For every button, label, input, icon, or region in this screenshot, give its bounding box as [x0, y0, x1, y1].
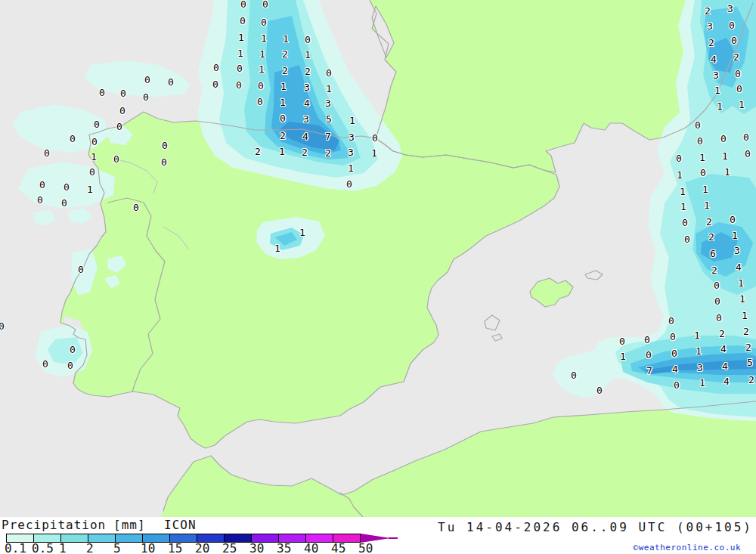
precip-value-label: 0	[67, 361, 73, 370]
valid-time-text: Tu 14-04-2026 06..09 UTC (00+105)	[438, 520, 753, 534]
precip-value-label: 1	[274, 243, 280, 253]
precip-value-label: 0	[619, 336, 625, 346]
precip-value-label: 0	[257, 97, 263, 107]
precip-value-label: 0	[240, 16, 246, 26]
copyright-link[interactable]: ©weatheronline.co.uk	[634, 543, 741, 552]
precip-value-label: 0	[305, 35, 311, 45]
precip-value-label: 2	[711, 265, 717, 275]
precip-value-label: 0	[261, 17, 267, 27]
legend-model: ICON	[164, 518, 197, 532]
legend-overflow-arrow-tail	[389, 537, 398, 539]
precip-value-label: 1	[680, 187, 686, 197]
map-value-labels: 0000000000000000000011000000000111011210…	[0, 0, 756, 517]
precip-value-label: 3	[713, 70, 719, 80]
precip-value-label: 0	[596, 385, 603, 395]
precip-value-label: 1	[722, 151, 728, 161]
precip-value-label: 1	[261, 33, 267, 43]
precip-value-label: 0	[280, 113, 286, 123]
precip-value-label: 0	[262, 0, 268, 9]
legend-tick-label: 20	[195, 541, 209, 554]
precip-value-label: 0	[120, 88, 126, 98]
precip-value-label: 1	[739, 100, 745, 110]
precip-value-label: 0	[61, 198, 67, 208]
precip-value-label: 0	[670, 332, 676, 342]
precip-value-label: 0	[736, 84, 742, 94]
legend-tick-label: 50	[358, 541, 373, 554]
precip-value-label: 0	[99, 88, 105, 97]
precip-value-label: 2	[708, 232, 714, 242]
precip-value-label: 0	[571, 370, 577, 380]
precip-value-label: 1	[742, 311, 748, 320]
precip-value-label: 1	[680, 202, 686, 212]
precip-value-label: 4	[722, 361, 728, 371]
precip-value-label: 1	[283, 34, 289, 44]
precip-value-label: 0	[695, 120, 701, 130]
precip-value-label: 0	[714, 280, 720, 290]
precip-value-label: 0	[37, 195, 43, 205]
precip-value-label: 4	[672, 364, 678, 374]
precip-value-label: 1	[326, 84, 332, 94]
legend-tick-label: 5	[113, 541, 121, 554]
precip-value-label: 2	[705, 6, 711, 16]
precip-value-label: 0	[668, 316, 674, 326]
precip-value-label: 0	[743, 132, 749, 142]
legend-tick-label: 0.5	[32, 541, 54, 554]
precip-value-label: 0	[674, 380, 680, 390]
legend-tick-label: 10	[141, 541, 155, 554]
precip-value-label: 1	[237, 48, 243, 58]
precip-value-label: 5	[747, 357, 753, 367]
precip-value-label: 1	[348, 163, 354, 173]
precip-value-label: 0	[697, 136, 703, 146]
precip-value-label: 3	[707, 21, 713, 31]
precip-value-label: 1	[87, 184, 93, 194]
precip-value-label: 0	[714, 296, 720, 306]
legend-tick-label: 35	[277, 541, 291, 554]
precip-value-label: 1	[677, 170, 683, 180]
precip-value-label: 0	[676, 153, 682, 163]
precip-value-label: 1	[91, 152, 97, 162]
precip-value-label: 0	[671, 348, 677, 358]
precip-value-label: 0	[684, 234, 690, 244]
precip-value-label: 7	[646, 366, 652, 376]
precip-value-label: 0	[644, 335, 650, 345]
precip-value-label: 0	[161, 157, 167, 167]
precip-value-label: 3	[727, 4, 733, 14]
precip-value-label: 6	[710, 249, 716, 258]
precip-value-label: 0	[745, 149, 751, 159]
precip-value-label: 0	[78, 265, 84, 274]
precip-value-label: 4	[304, 98, 310, 108]
precip-value-label: 1	[739, 294, 745, 304]
precip-value-label: 0	[700, 168, 706, 178]
legend-tick-label: 45	[331, 541, 345, 554]
precip-value-label: 1	[259, 64, 265, 74]
legend-tick-label: 0.1	[5, 541, 26, 554]
precip-value-label: 0	[116, 122, 122, 132]
precip-value-label: 0	[729, 20, 735, 30]
precip-value-label: 0	[144, 75, 150, 85]
precip-value-label: 1	[714, 85, 720, 95]
legend-tick-label: 30	[249, 541, 264, 554]
precip-value-label: 0	[682, 218, 688, 227]
precip-value-label: 0	[39, 180, 45, 190]
legend-tick-label: 1	[59, 541, 67, 554]
precip-value-label: 0	[133, 203, 139, 212]
precip-value-label: 1	[696, 346, 702, 356]
precip-value-label: 2	[282, 66, 288, 76]
precip-value-label: 1	[732, 231, 738, 240]
precip-value-label: 1	[717, 101, 723, 111]
precip-value-label: 1	[724, 167, 730, 177]
precip-value-label: 5	[326, 114, 332, 124]
precip-value-label: 0	[162, 141, 168, 150]
precip-value-label: 1	[259, 49, 265, 59]
precip-value-label: 1	[694, 330, 700, 340]
legend-strip: Precipitation [mm] ICON 0.10.51251015202…	[0, 517, 756, 554]
precip-value-label: 0	[258, 81, 264, 91]
precip-value-label: 0	[237, 63, 243, 73]
precip-value-label: 1	[349, 116, 355, 125]
legend-title: Precipitation	[2, 518, 106, 532]
precip-value-label: 1	[704, 200, 710, 210]
precip-value-label: 2	[748, 375, 754, 385]
precip-value-label: 0	[89, 167, 95, 177]
precip-value-label: 3	[325, 98, 331, 108]
precip-value-label: 0	[735, 69, 741, 79]
